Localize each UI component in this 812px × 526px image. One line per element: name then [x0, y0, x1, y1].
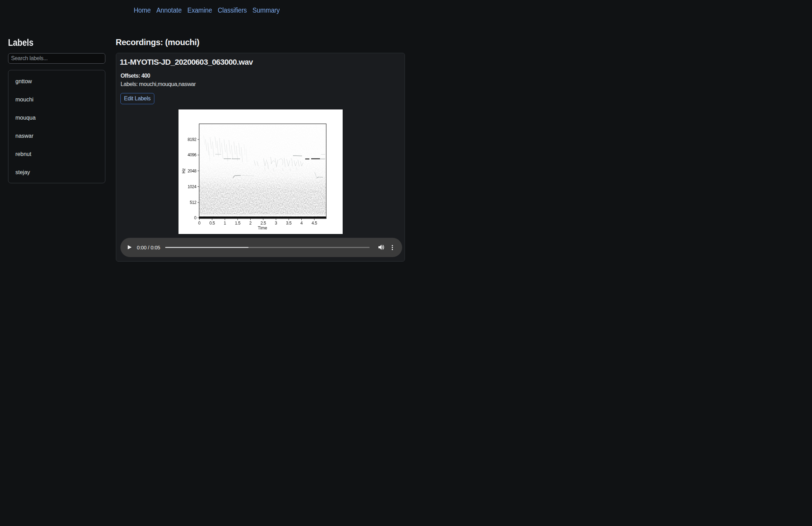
svg-text:2.5: 2.5 — [260, 221, 266, 226]
svg-text:4096: 4096 — [188, 152, 197, 157]
svg-text:2048: 2048 — [188, 169, 197, 173]
svg-text:3: 3 — [275, 221, 277, 226]
svg-text:1024: 1024 — [188, 184, 197, 189]
svg-text:3.5: 3.5 — [286, 221, 292, 226]
svg-text:8192: 8192 — [188, 137, 197, 142]
svg-text:1.5: 1.5 — [235, 221, 240, 226]
svg-text:Hz: Hz — [181, 168, 186, 173]
svg-text:4: 4 — [300, 221, 303, 226]
svg-text:512: 512 — [190, 200, 197, 205]
svg-text:Time: Time — [258, 226, 267, 230]
svg-text:1: 1 — [224, 221, 226, 226]
svg-text:0.5: 0.5 — [209, 221, 215, 226]
svg-text:2: 2 — [249, 221, 252, 226]
svg-text:4.5: 4.5 — [312, 221, 317, 226]
svg-text:0: 0 — [198, 221, 201, 226]
svg-text:0: 0 — [194, 215, 197, 220]
